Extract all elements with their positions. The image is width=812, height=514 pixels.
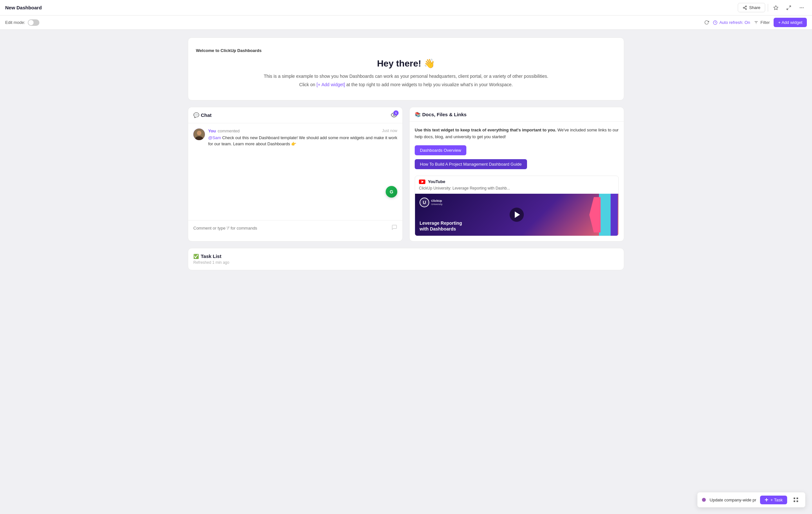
clickup-logo-text: ClickUp University: [431, 199, 442, 206]
avatar: [193, 128, 205, 140]
clickup-logo-letter: U: [423, 200, 426, 205]
message-mention: @Sam: [208, 135, 221, 140]
send-icon: [392, 224, 397, 232]
toggle-knob: [28, 20, 34, 25]
welcome-section-title: Welcome to ClickUp Dashboards: [196, 48, 616, 53]
share-button[interactable]: Share: [738, 3, 765, 12]
youtube-thumbnail[interactable]: U ClickUp University: [415, 194, 618, 236]
toast-color-dot: [702, 498, 706, 502]
divider: [768, 4, 768, 11]
svg-rect-24: [796, 501, 798, 502]
thumb-text: Leverage Reporting with Dashboards: [419, 221, 462, 232]
notification-icon[interactable]: 1: [391, 112, 397, 119]
top-bar: New Dashboard Share: [0, 0, 812, 16]
task-list-widget: ✅ Task List Refreshed 1 min ago: [188, 248, 624, 270]
top-bar-actions: Share: [738, 3, 807, 13]
docs-widget: 📚 Docs, Files & Links Use this text widg…: [409, 107, 624, 242]
task-btn-label: + Task: [771, 497, 783, 503]
comment-icon: [392, 224, 397, 230]
filter-button[interactable]: Filter: [754, 20, 770, 25]
apps-grid-button[interactable]: [791, 495, 801, 505]
university-text: University: [431, 203, 442, 206]
project-management-guide-button[interactable]: How To Build A Project Management Dashbo…: [415, 159, 527, 169]
message-content: You commented Just now @Sam Check out th…: [208, 128, 397, 147]
svg-point-8: [800, 7, 801, 8]
youtube-platform-label: YouTube: [428, 179, 445, 184]
add-widget-link[interactable]: [+ Add widget]: [317, 82, 345, 87]
youtube-preview: YouTube ClickUp University: Leverage Rep…: [415, 176, 619, 236]
auto-refresh-button[interactable]: Auto refresh: On: [713, 20, 750, 25]
welcome-description: This is a simple example to show you how…: [196, 73, 616, 80]
youtube-header: YouTube: [415, 176, 618, 186]
edit-mode-section: Edit mode:: [5, 19, 700, 26]
toast-text: Update company-wide pr: [710, 497, 756, 503]
grammarly-bubble[interactable]: G: [386, 186, 397, 198]
message-verb: commented: [218, 128, 240, 133]
message-meta: You commented Just now: [208, 128, 397, 133]
chat-widget: 💬 Chat 1: [188, 107, 403, 242]
docs-body: Use this text widget to keep track of ev…: [410, 122, 624, 241]
svg-rect-21: [793, 497, 795, 499]
add-widget-button[interactable]: + Add widget: [774, 18, 807, 27]
chat-header-actions: 1: [391, 112, 397, 119]
share-icon: [743, 5, 747, 10]
chat-message: You commented Just now @Sam Check out th…: [193, 128, 397, 147]
edit-mode-toggle[interactable]: [28, 19, 39, 26]
auto-refresh-icon: [713, 20, 718, 25]
task-list-title: Task List: [201, 253, 222, 259]
task-refreshed-time: Refreshed 1 min ago: [193, 260, 619, 265]
svg-point-17: [197, 131, 201, 135]
add-task-button[interactable]: + Task: [760, 495, 787, 504]
svg-line-4: [744, 6, 746, 7]
guide-btn-wrapper: How To Build A Project Management Dashbo…: [415, 159, 619, 173]
more-icon: [799, 5, 804, 10]
youtube-channel-title: ClickUp University: Leverage Reporting w…: [415, 186, 618, 194]
clickup-logo-circle: U: [419, 198, 429, 207]
youtube-icon: [419, 179, 425, 184]
plus-icon: [764, 498, 768, 502]
message-body: Check out this new Dashboard template! W…: [208, 135, 397, 147]
avatar-image: [193, 128, 205, 140]
dashboards-overview-btn-wrapper: Dashboards Overview: [415, 145, 619, 159]
main-content: Welcome to ClickUp Dashboards Hey there!…: [180, 30, 632, 296]
expand-button[interactable]: [784, 3, 794, 13]
message-text: @Sam Check out this new Dashboard templa…: [208, 135, 397, 147]
auto-refresh-label: Auto refresh: On: [719, 20, 750, 25]
edit-bar-right-actions: Auto refresh: On Filter + Add widget: [704, 18, 807, 27]
svg-marker-5: [774, 5, 778, 10]
star-icon: [773, 5, 778, 10]
shape-purple: [611, 194, 618, 236]
thumb-title-line1: Leverage Reporting: [419, 221, 462, 226]
refresh-icon: [704, 20, 709, 25]
filter-icon: [754, 20, 758, 25]
docs-desc-bold: Use this text widget to keep track of ev…: [415, 127, 556, 132]
edit-mode-label: Edit mode:: [5, 20, 25, 25]
expand-icon: [786, 5, 791, 10]
message-time: Just now: [382, 128, 397, 133]
svg-rect-22: [796, 497, 798, 499]
refresh-button[interactable]: [704, 20, 709, 25]
docs-widget-header: 📚 Docs, Files & Links: [410, 107, 624, 122]
star-button[interactable]: [771, 3, 781, 13]
svg-point-10: [803, 7, 804, 8]
welcome-heading: Hey there! 👋: [196, 58, 616, 69]
clickup-text: ClickUp: [431, 199, 442, 203]
chat-body: You commented Just now @Sam Check out th…: [188, 123, 402, 220]
svg-line-6: [789, 6, 791, 7]
task-list-icon: ✅: [193, 254, 199, 259]
shape-pink: [589, 197, 601, 232]
chat-widget-header: 💬 Chat 1: [188, 107, 402, 123]
svg-rect-23: [793, 501, 795, 502]
chat-input[interactable]: [193, 226, 389, 231]
svg-line-7: [787, 8, 788, 10]
dashboards-overview-button[interactable]: Dashboards Overview: [415, 145, 466, 155]
play-triangle: [515, 211, 520, 218]
docs-description: Use this text widget to keep track of ev…: [415, 127, 619, 140]
thumb-title-line2: with Dashboards: [419, 226, 462, 232]
more-button[interactable]: [796, 3, 807, 13]
svg-point-9: [801, 7, 802, 8]
message-author: You: [208, 128, 216, 133]
apps-grid-icon: [793, 497, 799, 503]
svg-point-0: [746, 6, 747, 7]
notification-badge: 1: [394, 110, 399, 116]
